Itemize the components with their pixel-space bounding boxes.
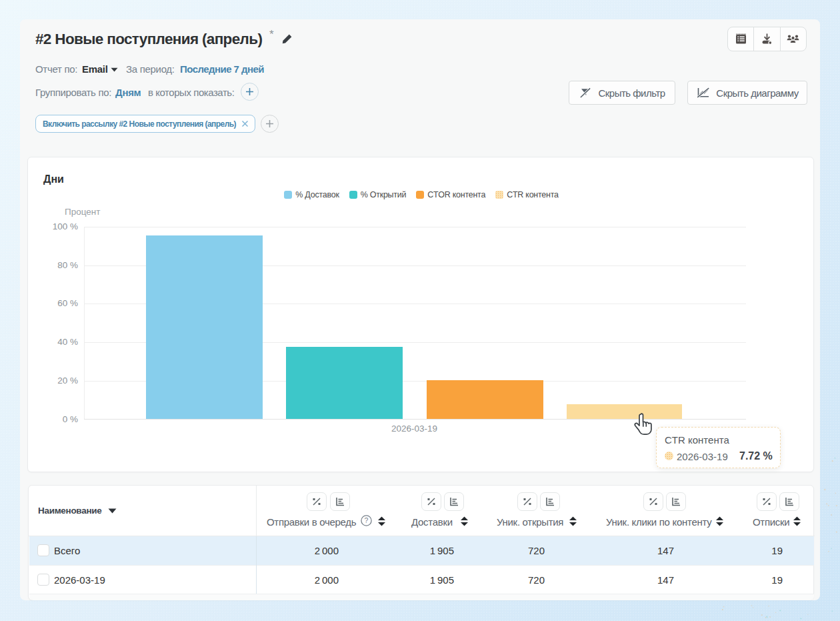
svg-text:?: ? bbox=[365, 516, 369, 524]
